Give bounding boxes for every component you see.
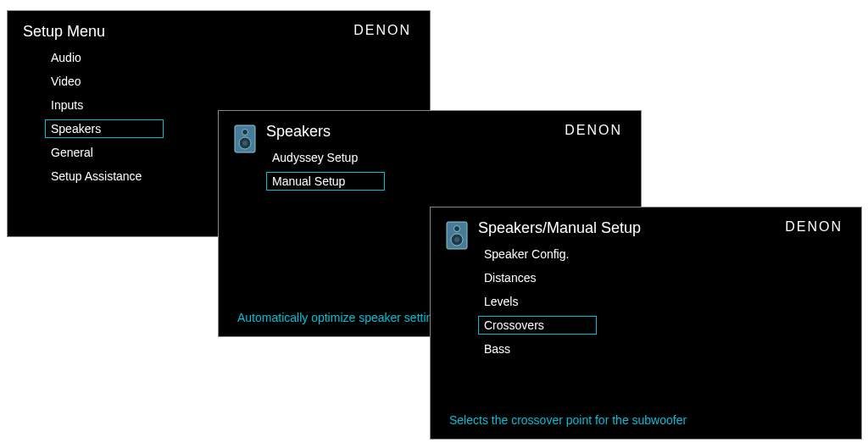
brand-logo: DENON	[565, 123, 622, 138]
svg-point-7	[454, 237, 459, 242]
menu-item-video[interactable]: Video	[45, 72, 164, 91]
menu-item-speaker-config[interactable]: Speaker Config.	[478, 245, 597, 263]
menu-item-audio[interactable]: Audio	[45, 48, 164, 67]
svg-point-1	[242, 130, 248, 136]
panel-header: Speakers/Manual Setup Speaker Config. Di…	[446, 219, 846, 361]
menu-item-levels[interactable]: Levels	[478, 292, 597, 311]
brand-logo: DENON	[353, 23, 411, 38]
menu-list: Speaker Config. Distances Levels Crossov…	[478, 242, 846, 361]
svg-point-3	[242, 141, 248, 146]
menu-item-setup-assistance[interactable]: Setup Assistance	[45, 167, 164, 185]
menu-item-crossovers[interactable]: Crossovers	[478, 316, 597, 335]
speaker-icon	[446, 221, 468, 253]
manual-setup-panel: DENON Speakers/Manual Setup Speaker Conf…	[430, 207, 862, 440]
menu-list: Audyssey Setup Manual Setup	[266, 146, 626, 193]
menu-item-manual-setup[interactable]: Manual Setup	[266, 172, 385, 191]
menu-item-speakers[interactable]: Speakers	[45, 119, 164, 138]
brand-logo: DENON	[785, 219, 843, 235]
menu-item-audyssey-setup[interactable]: Audyssey Setup	[266, 148, 385, 167]
menu-item-inputs[interactable]: Inputs	[45, 96, 164, 114]
hint-text: Automatically optimize speaker setting	[237, 311, 439, 324]
menu-item-general[interactable]: General	[45, 143, 164, 162]
menu-item-distances[interactable]: Distances	[478, 268, 597, 287]
hint-text: Selects the crossover point for the subw…	[449, 413, 687, 427]
svg-point-5	[454, 226, 460, 232]
speaker-icon	[234, 124, 256, 157]
menu-item-bass[interactable]: Bass	[478, 340, 597, 358]
